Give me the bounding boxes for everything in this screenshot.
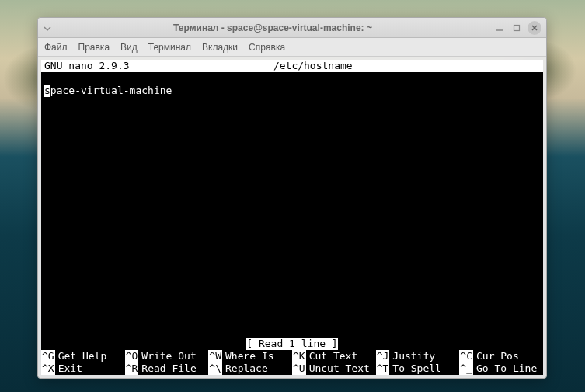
- shortcut-write-out: ^OWrite Out: [125, 350, 209, 363]
- nano-status-text: [ Read 1 line ]: [246, 338, 337, 350]
- shortcut-exit: ^XExit: [41, 363, 125, 375]
- shortcut-go-to-line: ^_Go To Line: [459, 363, 543, 375]
- menubar: Файл Правка Вид Терминал Вкладки Справка: [38, 38, 546, 57]
- maximize-button[interactable]: [510, 22, 523, 34]
- window-title: Терминал - space@space-virtual-machine: …: [52, 23, 493, 33]
- shortcut-read-file: ^RRead File: [125, 363, 209, 375]
- menu-help[interactable]: Справка: [249, 42, 285, 53]
- shortcut-replace: ^\Replace: [208, 363, 292, 375]
- nano-status-line: [ Read 1 line ]: [41, 338, 543, 350]
- nano-content: pace-virtual-machine: [50, 85, 172, 96]
- shortcut-to-spell: ^TTo Spell: [376, 363, 460, 375]
- app-menu-icon[interactable]: [43, 23, 52, 33]
- nano-cursor: s: [44, 85, 50, 97]
- nano-shortcuts: ^GGet Help ^OWrite Out ^WWhere Is ^KCut …: [41, 350, 543, 375]
- shortcut-uncut-text: ^UUncut Text: [292, 363, 376, 375]
- minimize-button[interactable]: [493, 22, 506, 34]
- shortcut-get-help: ^GGet Help: [41, 350, 125, 363]
- nano-app-name: GNU nano 2.9.3: [41, 60, 130, 72]
- titlebar[interactable]: Терминал - space@space-virtual-machine: …: [38, 18, 546, 38]
- menu-tabs[interactable]: Вкладки: [202, 42, 238, 53]
- nano-titlebar: GNU nano 2.9.3 /etc/hostname: [41, 60, 543, 72]
- shortcut-justify: ^JJustify: [376, 350, 460, 363]
- shortcut-cut-text: ^KCut Text: [292, 350, 376, 363]
- terminal-viewport[interactable]: GNU nano 2.9.3 /etc/hostname space-virtu…: [41, 60, 543, 375]
- menu-terminal[interactable]: Терминал: [148, 42, 191, 53]
- close-button[interactable]: [528, 21, 541, 35]
- nano-editor[interactable]: space-virtual-machine: [41, 85, 543, 338]
- nano-filename: /etc/hostname: [130, 60, 496, 72]
- svg-rect-1: [514, 25, 520, 30]
- shortcut-where-is: ^WWhere Is: [208, 350, 292, 363]
- menu-file[interactable]: Файл: [44, 42, 68, 53]
- menu-view[interactable]: Вид: [120, 42, 138, 53]
- shortcut-cur-pos: ^CCur Pos: [459, 350, 543, 363]
- terminal-window: Терминал - space@space-virtual-machine: …: [37, 17, 547, 379]
- menu-edit[interactable]: Правка: [78, 42, 110, 53]
